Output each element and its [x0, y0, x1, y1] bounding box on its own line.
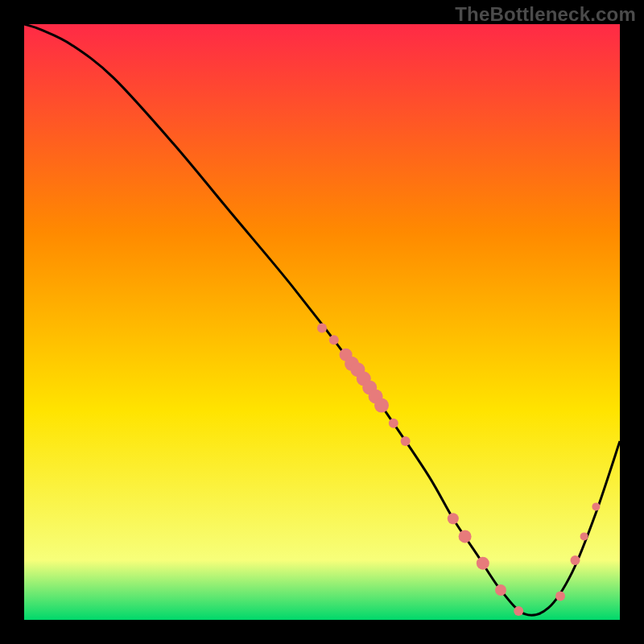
curve-marker [514, 606, 523, 616]
curve-marker [571, 555, 580, 565]
curve-marker [401, 436, 411, 446]
curve-marker [448, 513, 459, 524]
gradient-backdrop [24, 24, 620, 620]
curve-marker [495, 584, 506, 596]
curve-marker [389, 419, 398, 428]
chart-frame: TheBottleneck.com [0, 0, 644, 644]
curve-marker [555, 591, 565, 601]
curve-marker [477, 557, 489, 570]
plot-area [24, 24, 620, 620]
curve-marker [459, 530, 472, 543]
curve-marker [329, 335, 339, 345]
curve-marker [317, 323, 327, 332]
curve-marker [592, 502, 600, 510]
watermark-text: TheBottleneck.com [455, 3, 636, 26]
curve-marker [374, 398, 389, 413]
curve-marker [580, 532, 588, 540]
chart-svg [24, 24, 620, 620]
